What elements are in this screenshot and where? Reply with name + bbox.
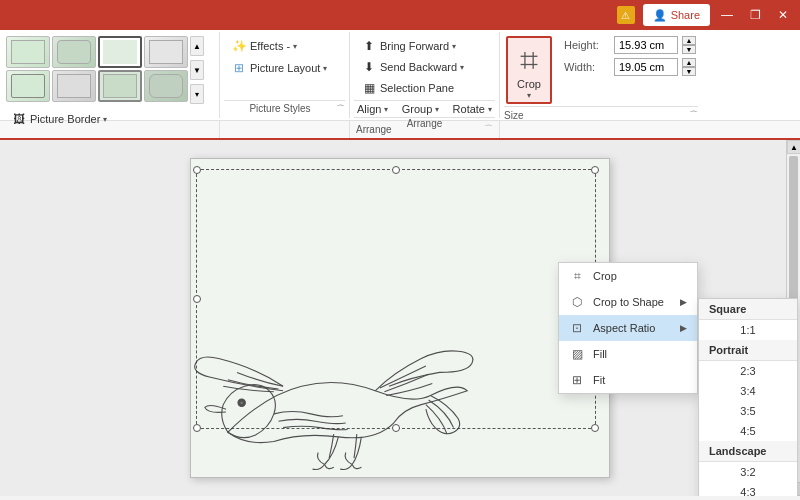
rotate-handle[interactable]: ↻ (390, 158, 403, 161)
send-backward-btn[interactable]: ⬇ Send Backward ▾ (356, 57, 469, 77)
style-thumbnails (6, 36, 188, 102)
height-input[interactable] (614, 36, 678, 54)
effects-content: ✨ Effects - ▾ ⊞ Picture Layout ▾ (224, 34, 345, 100)
fit-menu-item[interactable]: ⊞ Fit (559, 367, 697, 393)
styles-more[interactable]: ▾ (190, 84, 204, 104)
width-spinner: ▲ ▼ (682, 58, 696, 76)
height-field: Height: ▲ ▼ (564, 36, 696, 54)
ratio-3-2[interactable]: 3:2 (699, 462, 797, 482)
picture-styles-footer-label: Picture Styles ⌒ (224, 100, 345, 118)
height-down[interactable]: ▼ (682, 45, 696, 54)
crop-shape-arrow: ▶ (680, 297, 687, 307)
selection-pane-icon: ▦ (361, 80, 377, 96)
picture-styles-content: ▲ ▼ ▾ (4, 34, 215, 106)
ribbon-groups: ▲ ▼ ▾ 🖼 Picture Border ▾ ✨ (0, 30, 800, 120)
effects-icon: ✨ (231, 38, 247, 54)
fill-icon: ▨ (569, 346, 585, 362)
fill-menu-item[interactable]: ▨ Fill (559, 341, 697, 367)
bring-forward-icon: ⬆ (361, 38, 377, 54)
svg-point-1 (240, 401, 244, 405)
arrange-content: ⬆ Bring Forward ▾ ⬇ Send Backward ▾ ▦ Se… (354, 34, 495, 100)
send-backward-arrow: ▾ (460, 63, 464, 72)
selection-pane-btn[interactable]: ▦ Selection Pane (356, 78, 459, 98)
width-input[interactable] (614, 58, 678, 76)
layout-icon: ⊞ (231, 60, 247, 76)
styles-scroll-down[interactable]: ▼ (190, 60, 204, 80)
width-field: Width: ▲ ▼ (564, 58, 696, 76)
ratio-4-5[interactable]: 4:5 (699, 421, 797, 441)
bring-forward-btn[interactable]: ⬆ Bring Forward ▾ (356, 36, 461, 56)
scroll-up-btn[interactable]: ▲ (787, 140, 800, 154)
picture-effects-btn[interactable]: ✨ Effects - ▾ (226, 36, 302, 56)
style-thumb-4[interactable] (144, 36, 188, 68)
ratio-3-5[interactable]: 3:5 (699, 401, 797, 421)
crop-dropdown-arrow: ▾ (527, 91, 531, 100)
group-btn[interactable]: Group ▾ (399, 103, 443, 115)
picture-styles-launcher[interactable]: ⌒ (336, 103, 345, 116)
arrange-group: ⬆ Bring Forward ▾ ⬇ Send Backward ▾ ▦ Se… (350, 32, 500, 118)
fit-icon: ⊞ (569, 372, 585, 388)
square-header: Square (699, 299, 797, 320)
width-down[interactable]: ▼ (682, 67, 696, 76)
picture-layout-btn[interactable]: ⊞ Picture Layout ▾ (226, 58, 332, 78)
height-spinner: ▲ ▼ (682, 36, 696, 54)
styles-scrollbar: ▲ ▼ ▾ (190, 36, 204, 104)
ratio-2-3[interactable]: 2:3 (699, 361, 797, 381)
ribbon: ▲ ▼ ▾ 🖼 Picture Border ▾ ✨ (0, 30, 800, 138)
picture-styles-group: ▲ ▼ ▾ 🖼 Picture Border ▾ (0, 32, 220, 118)
layout-dropdown-arrow: ▾ (323, 64, 327, 73)
restore-button[interactable]: ❐ (742, 4, 768, 26)
arrange-footer-label: Align ▾ Group ▾ Rotate ▾ (354, 100, 495, 117)
align-btn[interactable]: Align ▾ (354, 103, 391, 115)
send-backward-icon: ⬇ (361, 59, 377, 75)
width-up[interactable]: ▲ (682, 58, 696, 67)
handle-top-right[interactable] (591, 166, 599, 174)
handle-top-left[interactable] (193, 166, 201, 174)
crop-size-content: ⌗ Crop ▾ Height: ▲ ▼ Width: (504, 34, 698, 106)
aspect-ratio-menu-item[interactable]: ⊡ Aspect Ratio ▶ (559, 315, 697, 341)
aspect-ratio-arrow: ▶ (680, 323, 687, 333)
arrange-section-label: Arrange (356, 124, 392, 135)
style-thumb-6[interactable] (52, 70, 96, 102)
crop-menu-icon: ⌗ (569, 268, 585, 284)
warning-icon: ⚠ (617, 6, 635, 24)
ratio-1-1[interactable]: 1:1 (699, 320, 797, 340)
style-thumb-2[interactable] (52, 36, 96, 68)
slide-canvas: ↻ (190, 158, 610, 478)
handle-bottom-right[interactable] (591, 424, 599, 432)
bring-forward-arrow: ▾ (452, 42, 456, 51)
close-button[interactable]: ✕ (770, 4, 796, 26)
portrait-header: Portrait (699, 340, 797, 361)
style-thumb-1[interactable] (6, 36, 50, 68)
styles-scroll-up[interactable]: ▲ (190, 36, 204, 56)
effects-group: ✨ Effects - ▾ ⊞ Picture Layout ▾ Picture… (220, 32, 350, 118)
ratio-3-4[interactable]: 3:4 (699, 381, 797, 401)
effects-dropdown-arrow: ▾ (293, 42, 297, 51)
crop-dropdown-menu: ⌗ Crop ⬡ Crop to Shape ▶ ⊡ Aspect Ratio … (558, 262, 698, 394)
arrange-launcher[interactable]: ⌒ (484, 123, 493, 136)
style-thumb-8[interactable] (144, 70, 188, 102)
rotate-btn[interactable]: Rotate ▾ (450, 103, 495, 115)
aspect-ratio-icon: ⊡ (569, 320, 585, 336)
bird-illustration (191, 277, 541, 477)
share-button[interactable]: 👤 Share (643, 4, 710, 26)
aspect-ratio-submenu: Square 1:1 Portrait 2:3 3:4 3:5 4:5 Land… (698, 298, 798, 496)
main-content: ↻ (0, 140, 800, 496)
style-thumb-7[interactable] (98, 70, 142, 102)
style-thumb-5[interactable] (6, 70, 50, 102)
handle-top-middle[interactable] (392, 166, 400, 174)
crop-menu-item[interactable]: ⌗ Crop (559, 263, 697, 289)
size-fields: Height: ▲ ▼ Width: ▲ ▼ (564, 36, 696, 76)
window-controls: — ❐ ✕ (714, 4, 796, 26)
crop-to-shape-menu-item[interactable]: ⬡ Crop to Shape ▶ (559, 289, 697, 315)
style-thumb-3[interactable] (98, 36, 142, 68)
crop-size-group: ⌗ Crop ▾ Height: ▲ ▼ Width: (500, 32, 702, 118)
height-up[interactable]: ▲ (682, 36, 696, 45)
title-bar: ⚠ 👤 Share — ❐ ✕ (0, 0, 800, 30)
share-person-icon: 👤 (653, 9, 667, 22)
ratio-4-3[interactable]: 4:3 (699, 482, 797, 496)
crop-shape-icon: ⬡ (569, 294, 585, 310)
minimize-button[interactable]: — (714, 4, 740, 26)
landscape-header: Landscape (699, 441, 797, 462)
crop-button[interactable]: ⌗ Crop ▾ (506, 36, 552, 104)
